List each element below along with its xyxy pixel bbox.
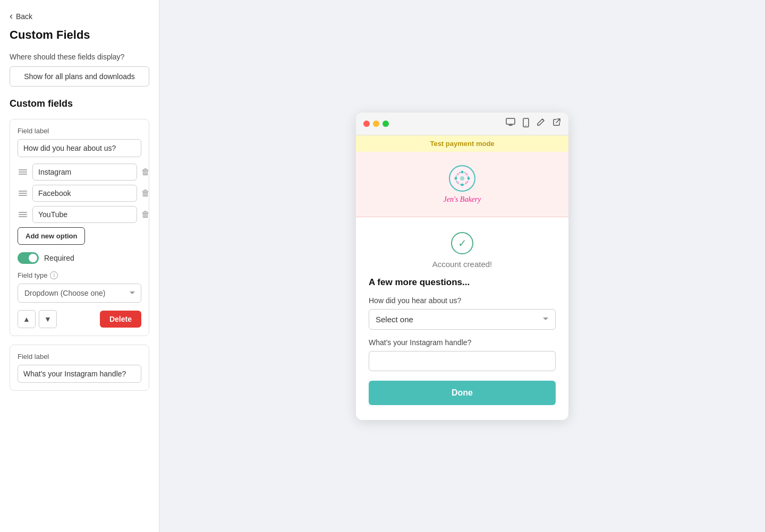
display-select-button[interactable]: Show for all plans and downloads <box>10 66 149 87</box>
account-created-label: Account created! <box>369 260 556 269</box>
field-type-select[interactable]: Dropdown (Choose one) Text Checkbox <box>18 284 141 303</box>
back-link[interactable]: ‹ Back <box>10 11 149 22</box>
add-option-button[interactable]: Add new option <box>18 227 85 245</box>
check-icon: ✓ <box>458 237 467 250</box>
dot-green <box>382 121 389 127</box>
svg-point-13 <box>465 173 468 175</box>
drag-handle-instagram[interactable] <box>18 168 28 176</box>
dot-yellow <box>373 121 379 127</box>
preview-text-label: What's your Instagram handle? <box>369 338 556 347</box>
browser-tools <box>506 118 561 130</box>
option-input-instagram[interactable] <box>32 164 137 181</box>
mobile-icon[interactable] <box>523 118 529 130</box>
drag-handle-facebook[interactable] <box>18 190 28 197</box>
move-buttons: ▲ ▼ <box>18 310 57 328</box>
field-label-text-1: Field label <box>18 127 141 135</box>
card-actions-1: ▲ ▼ Delete <box>18 310 141 328</box>
svg-point-10 <box>455 177 457 179</box>
field-card-1: Field label 🗑 🗑 🗑 Add new option <box>10 119 149 336</box>
required-toggle[interactable] <box>18 252 39 264</box>
delete-field-button[interactable]: Delete <box>100 311 141 328</box>
option-row-youtube: 🗑 <box>18 206 141 223</box>
done-button[interactable]: Done <box>369 381 556 405</box>
option-input-facebook[interactable] <box>32 185 137 202</box>
field-type-label: Field type i <box>18 271 141 279</box>
success-icon-wrap: ✓ <box>369 232 556 254</box>
svg-point-12 <box>457 173 459 175</box>
preview-body: ✓ Account created! A few more questions.… <box>356 217 568 420</box>
move-down-button[interactable]: ▼ <box>39 310 57 328</box>
svg-point-14 <box>457 182 459 184</box>
page-title: Custom Fields <box>10 28 149 42</box>
field-label-text-2: Field label <box>18 353 141 361</box>
svg-point-8 <box>461 170 464 173</box>
bakery-name: Jen's Bakery <box>443 195 481 204</box>
svg-point-4 <box>525 125 526 126</box>
required-row: Required <box>18 252 141 264</box>
dot-red <box>363 121 370 127</box>
browser-dots <box>363 121 389 127</box>
svg-point-11 <box>468 177 470 179</box>
svg-point-7 <box>460 176 464 181</box>
custom-fields-title: Custom fields <box>10 98 149 109</box>
delete-option-instagram-icon[interactable]: 🗑 <box>141 167 150 177</box>
preview-text-input[interactable] <box>369 351 556 371</box>
delete-option-youtube-icon[interactable]: 🗑 <box>141 210 150 219</box>
back-arrow-icon: ‹ <box>10 11 13 22</box>
left-panel: ‹ Back Custom Fields Where should these … <box>0 0 159 532</box>
required-label: Required <box>44 254 74 262</box>
field-type-info-icon[interactable]: i <box>50 271 58 279</box>
svg-point-15 <box>465 182 468 184</box>
desktop-icon[interactable] <box>506 118 515 130</box>
field-label-input-1[interactable] <box>18 139 141 157</box>
back-label: Back <box>16 12 32 21</box>
bakery-logo <box>448 165 476 192</box>
browser-mockup: Test payment mode Jen's Bakery <box>356 113 568 420</box>
drag-handle-youtube[interactable] <box>18 211 28 218</box>
preview-dropdown-label: How did you hear about us? <box>369 296 556 305</box>
success-circle: ✓ <box>451 232 473 254</box>
field-card-2: Field label <box>10 345 149 391</box>
delete-option-facebook-icon[interactable]: 🗑 <box>141 188 150 198</box>
preview-select[interactable]: Select one Instagram Facebook YouTube <box>369 309 556 330</box>
external-link-icon[interactable] <box>552 118 561 130</box>
option-input-youtube[interactable] <box>32 206 137 223</box>
display-question: Where should these fields display? <box>10 53 149 61</box>
option-row-facebook: 🗑 <box>18 185 141 202</box>
svg-rect-0 <box>506 118 515 124</box>
option-row-instagram: 🗑 <box>18 164 141 181</box>
preview-header: Jen's Bakery <box>356 152 568 217</box>
svg-point-9 <box>461 183 464 186</box>
test-mode-banner: Test payment mode <box>356 135 568 152</box>
test-mode-label: Test payment mode <box>430 140 494 148</box>
field-label-input-2[interactable] <box>18 365 141 383</box>
questions-heading: A few more questions... <box>369 277 556 288</box>
move-up-button[interactable]: ▲ <box>18 310 36 328</box>
browser-chrome <box>356 113 568 135</box>
edit-icon[interactable] <box>537 118 545 130</box>
right-panel: Test payment mode Jen's Bakery <box>159 0 765 532</box>
